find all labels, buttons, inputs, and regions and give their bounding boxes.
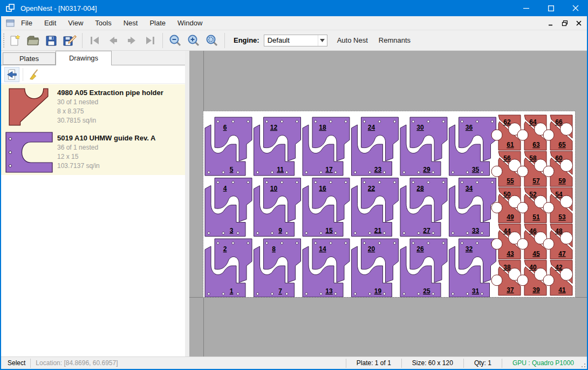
purple-pair-cell: 2019 — [352, 239, 399, 297]
menu-tools[interactable]: Tools — [89, 16, 117, 30]
part-number: 55 — [507, 177, 514, 185]
part-number: 37 — [507, 286, 514, 294]
drill-hole — [442, 120, 445, 123]
drill-hole — [247, 120, 249, 123]
left-panel: Plates Drawings — [1, 51, 185, 356]
list-item-drawing-1[interactable]: 5019 A10 UHMW guide Rev. A 36 of 1 neste… — [1, 130, 185, 175]
plate-bottom-guide — [189, 297, 587, 298]
nav-last-button[interactable] — [142, 32, 158, 49]
zoom-out-button[interactable] — [167, 32, 183, 49]
tab-drawings[interactable]: Drawings — [56, 51, 112, 65]
toolbar-grip[interactable] — [3, 33, 5, 48]
drawing-thumb-0 — [1, 88, 57, 126]
nav-last-icon — [143, 34, 156, 47]
drill-hole — [476, 181, 478, 183]
drill-hole — [232, 242, 234, 244]
drill-hole — [256, 171, 258, 173]
menu-edit[interactable]: Edit — [38, 16, 62, 30]
nav-prev-button[interactable] — [105, 32, 121, 49]
drill-hole — [345, 181, 347, 183]
part-number: 43 — [507, 250, 514, 258]
menu-window[interactable]: Window — [172, 16, 208, 30]
purple-pair-cell: 87 — [254, 239, 301, 297]
part-number: 1 — [230, 287, 234, 295]
mdi-restore-button[interactable] — [559, 18, 571, 29]
drill-hole — [427, 242, 429, 244]
clear-button[interactable] — [26, 67, 42, 82]
part-number: 26 — [416, 245, 424, 253]
content-area: Plates Drawings — [1, 51, 587, 356]
remnants-button[interactable]: Remnants — [373, 32, 416, 49]
part-number: 62 — [503, 118, 511, 126]
engine-select[interactable]: Default — [264, 35, 327, 46]
drill-hole — [334, 232, 337, 234]
red-pair-cell: 5453 — [543, 187, 573, 223]
drill-hole — [418, 171, 420, 173]
status-size: Size: 60 x 120 — [407, 359, 459, 367]
mdi-close-button[interactable] — [573, 18, 585, 29]
part-notch — [543, 130, 554, 140]
nav-first-button[interactable] — [87, 32, 103, 49]
drill-hole — [314, 120, 317, 123]
part-number: 56 — [503, 154, 511, 162]
part-notch — [517, 130, 528, 140]
nav-first-icon — [88, 34, 101, 47]
drill-hole — [383, 293, 385, 295]
zoom-fit-button[interactable] — [204, 32, 220, 49]
status-separator — [30, 359, 31, 368]
tab-plates[interactable]: Plates — [3, 52, 56, 65]
part-number: 35 — [472, 166, 480, 173]
menu-file[interactable]: File — [15, 16, 38, 30]
part-number: 28 — [416, 185, 424, 192]
menu-nest[interactable]: Nest — [118, 16, 144, 30]
drill-hole — [237, 293, 239, 295]
nav-next-button[interactable] — [124, 32, 140, 49]
drill-hole — [208, 232, 210, 234]
drawing-nested: 36 of 1 nested — [57, 143, 185, 152]
drill-hole — [476, 242, 478, 244]
drawings-toolbar — [1, 65, 185, 84]
part-number: 22 — [368, 185, 375, 192]
auto-nest-button[interactable]: Auto Nest — [332, 32, 373, 49]
drill-hole — [345, 242, 347, 244]
plate[interactable]: 6512111817242330293635431091615222128273… — [203, 111, 575, 297]
save-as-button[interactable] — [61, 32, 78, 49]
close-button[interactable] — [563, 0, 588, 16]
drill-hole — [491, 120, 493, 123]
drill-hole — [442, 242, 445, 244]
part-number: 41 — [558, 286, 566, 294]
maximize-button[interactable] — [538, 0, 563, 16]
menu-plate[interactable]: Plate — [143, 16, 172, 30]
list-item-drawing-0[interactable]: 4980 A05 Extraction pipe holder 30 of 1 … — [1, 84, 185, 130]
purple-pair-cell: 3635 — [449, 117, 496, 176]
menu-view[interactable]: View — [62, 16, 89, 30]
chevron-down-icon[interactable] — [318, 35, 327, 46]
zoom-in-button[interactable] — [186, 32, 202, 49]
resize-grip[interactable] — [579, 357, 587, 369]
drill-hole — [363, 181, 365, 183]
save-button[interactable] — [43, 32, 59, 49]
part-number: 15 — [325, 227, 333, 234]
mdi-minimize-button[interactable] — [545, 18, 557, 29]
drill-hole — [383, 232, 385, 234]
part-number: 33 — [472, 227, 480, 234]
part-notch — [543, 239, 554, 250]
drill-hole — [452, 171, 454, 173]
purple-pair-cell: 21 — [205, 239, 252, 297]
drill-hole — [305, 171, 307, 173]
mdi-child-icon[interactable] — [5, 18, 15, 28]
part-number: 5 — [230, 166, 234, 173]
panel-splitter[interactable] — [185, 51, 189, 356]
drawing-nested: 30 of 1 nested — [57, 98, 185, 107]
send-to-nest-button[interactable] — [4, 67, 19, 82]
part-number: 13 — [325, 287, 333, 295]
new-file-button[interactable] — [6, 32, 23, 49]
drill-hole — [271, 293, 273, 295]
part-number: 57 — [532, 177, 540, 185]
title-bar: OpenNest - [N0317-004] — [0, 0, 588, 16]
nest-canvas[interactable]: 6512111817242330293635431091615222128273… — [189, 51, 587, 356]
drill-hole — [418, 293, 420, 295]
open-button[interactable] — [25, 32, 41, 49]
minimize-button[interactable] — [514, 0, 538, 16]
drill-hole — [432, 293, 434, 295]
